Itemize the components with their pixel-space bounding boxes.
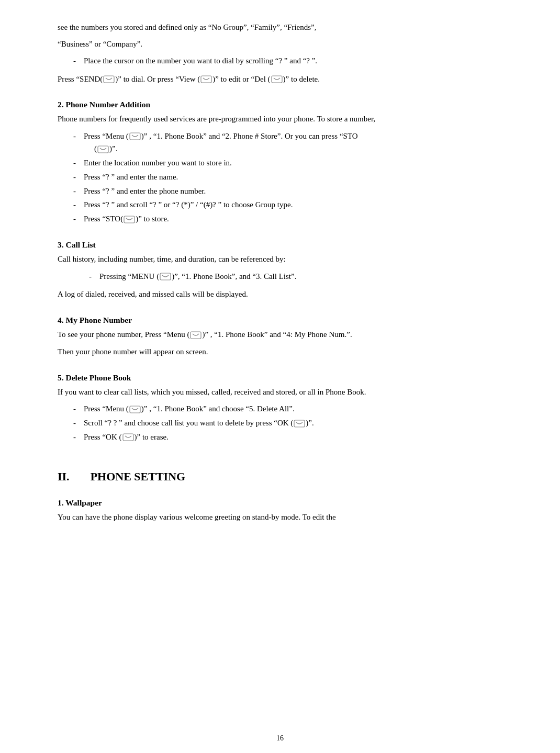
menu-icon-s5b1 — [129, 405, 141, 413]
sto-icon — [97, 145, 109, 153]
section5-bullet2: Scroll “? ? ” and choose call list you w… — [73, 417, 502, 430]
section2-bullet6: Press “STO()” to store. — [73, 212, 502, 226]
press-send-line: Press “SEND()” to dial. Or press “View (… — [58, 73, 502, 85]
section5: 5. Delete Phone Book If you want to clea… — [58, 373, 502, 444]
intro-bullet1: Place the cursor on the number you want … — [73, 54, 502, 68]
section3-body: Call history, including number, time, an… — [58, 253, 502, 266]
ok-icon-s5b2 — [294, 419, 305, 428]
section5-bullet1: Press “Menu ()” , “1. Phone Book” and ch… — [73, 402, 502, 415]
del-icon — [271, 75, 283, 83]
section4-body2: Then your phone number will appear on sc… — [58, 345, 502, 358]
page-number: 16 — [0, 734, 560, 743]
wallpaper-section: 1. Wallpaper You can have the phone disp… — [58, 498, 502, 524]
section3-body2: A log of dialed, received, and missed ca… — [58, 288, 502, 301]
sto2-icon — [124, 215, 135, 223]
section5-bullets: Press “Menu ()” , “1. Phone Book” and ch… — [73, 402, 502, 443]
part2-section: II. PHONE SETTING — [58, 470, 502, 484]
section3-bullet1: Pressing “MENU ()”, “1. Phone Book”, and… — [89, 270, 502, 283]
ok-icon-s5b3 — [122, 433, 134, 441]
section5-bullet3: Press “OK ()” to erase. — [73, 431, 502, 444]
sto-sub: ()”. — [94, 144, 117, 153]
section2-bullet5: Press “? ” and scroll “? ” or “? (*)” / … — [73, 198, 502, 211]
section4-title: 4. My Phone Number — [58, 316, 502, 325]
section2-body: Phone numbers for frequently used servic… — [58, 113, 502, 126]
section3-title: 3. Call List — [58, 240, 502, 250]
section5-title: 5. Delete Phone Book — [58, 373, 502, 383]
section4-body: To see your phone number, Press “Menu ()… — [58, 328, 502, 341]
section2-bullet1: Press “Menu ()” , “1. Phone Book” and “2… — [73, 130, 502, 156]
section2-title: 2. Phone Number Addition — [58, 100, 502, 109]
section2: 2. Phone Number Addition Phone numbers f… — [58, 100, 502, 226]
part2-header: II. PHONE SETTING — [58, 470, 502, 484]
section5-body: If you want to clear call lists, which y… — [58, 386, 502, 399]
section4: 4. My Phone Number To see your phone num… — [58, 316, 502, 358]
menu-icon-s4 — [190, 331, 201, 339]
page-content: see the numbers you stored and defined o… — [0, 0, 560, 559]
wallpaper-title: 1. Wallpaper — [58, 498, 502, 508]
menu-icon-s2b1 — [129, 132, 141, 140]
intro-line1: see the numbers you stored and defined o… — [58, 21, 502, 33]
section3: 3. Call List Call history, including num… — [58, 240, 502, 301]
section2-bullet2: Enter the location number you want to st… — [73, 156, 502, 170]
section2-bullets: Press “Menu ()” , “1. Phone Book” and “2… — [73, 130, 502, 226]
send-icon — [103, 75, 115, 83]
menu-icon-s3 — [160, 272, 171, 280]
part2-title: PHONE SETTING — [91, 470, 186, 484]
wallpaper-body: You can have the phone display various w… — [58, 511, 502, 524]
part2-roman: II. — [58, 470, 70, 484]
section2-bullet4: Press “? ” and enter the phone number. — [73, 185, 502, 198]
view-icon — [200, 75, 212, 83]
intro-bullets: Place the cursor on the number you want … — [73, 54, 502, 68]
intro-line2: “Business” or “Company”. — [58, 38, 502, 50]
section3-bullets: Pressing “MENU ()”, “1. Phone Book”, and… — [89, 270, 502, 283]
section2-bullet3: Press “? ” and enter the name. — [73, 171, 502, 184]
